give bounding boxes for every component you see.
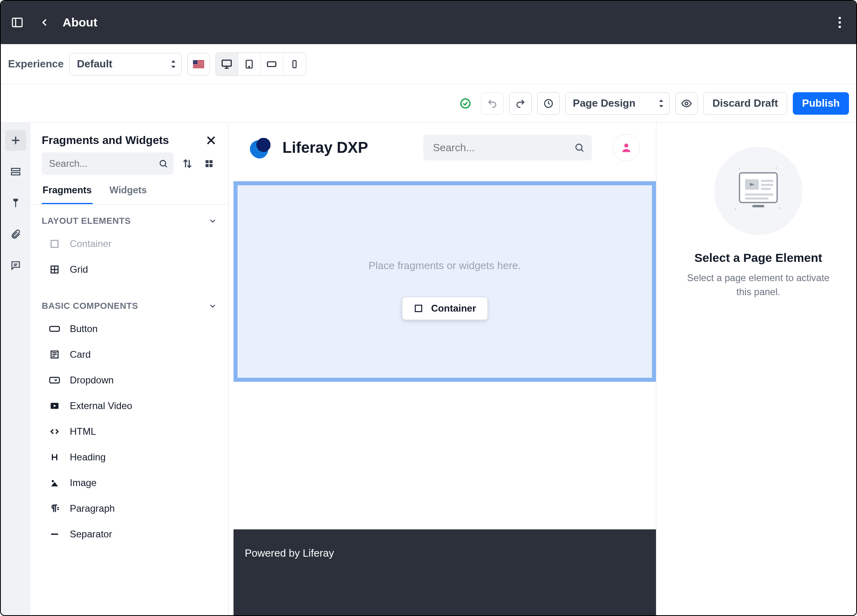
locale-button[interactable] bbox=[187, 53, 210, 75]
svg-rect-21 bbox=[12, 168, 20, 171]
site-header: Liferay DXP bbox=[234, 123, 656, 181]
mobile-viewport-button[interactable] bbox=[283, 53, 306, 75]
browser-tool-button[interactable] bbox=[5, 161, 26, 182]
action-bar: Page Design Discard Draft Publish bbox=[1, 84, 856, 123]
drag-preview-chip: Container bbox=[402, 297, 487, 320]
publish-button[interactable]: Publish bbox=[793, 92, 849, 115]
sidebar-toggle-icon[interactable] bbox=[8, 13, 26, 32]
card-icon bbox=[48, 348, 61, 361]
chevron-down-icon bbox=[208, 302, 217, 310]
mode-select[interactable]: Page Design bbox=[565, 92, 670, 115]
svg-marker-16 bbox=[659, 99, 663, 102]
fragment-button[interactable]: Button bbox=[30, 316, 228, 342]
experience-select[interactable]: Default bbox=[69, 53, 182, 75]
chevron-updown-icon bbox=[658, 99, 664, 107]
svg-rect-40 bbox=[50, 326, 59, 331]
svg-point-60 bbox=[739, 168, 740, 170]
comments-tool-button[interactable] bbox=[5, 255, 26, 276]
svg-line-57 bbox=[581, 150, 583, 152]
svg-rect-12 bbox=[268, 62, 276, 67]
close-icon[interactable] bbox=[205, 134, 217, 146]
add-tool-button[interactable] bbox=[5, 130, 26, 151]
design-tool-button[interactable] bbox=[5, 192, 26, 213]
right-panel-title: Select a Page Element bbox=[695, 251, 822, 265]
image-icon bbox=[48, 476, 61, 489]
button-icon bbox=[48, 322, 61, 335]
grid-icon bbox=[48, 263, 61, 276]
tab-fragments[interactable]: Fragments bbox=[42, 180, 93, 204]
separator-icon bbox=[48, 528, 61, 541]
svg-point-2 bbox=[839, 17, 841, 19]
footer-text: Powered by Liferay bbox=[245, 547, 334, 559]
tab-widgets[interactable]: Widgets bbox=[109, 180, 148, 204]
code-icon bbox=[48, 425, 61, 438]
svg-rect-13 bbox=[293, 61, 296, 68]
fragment-separator[interactable]: Separator bbox=[30, 521, 228, 547]
fragment-label: External Video bbox=[70, 400, 132, 411]
container-icon bbox=[413, 304, 423, 313]
svg-point-58 bbox=[624, 144, 628, 148]
search-icon bbox=[574, 142, 585, 153]
site-search bbox=[423, 135, 592, 160]
paragraph-icon bbox=[48, 502, 61, 515]
site-logo-icon bbox=[250, 136, 272, 159]
tablet-viewport-button[interactable] bbox=[238, 53, 261, 75]
right-panel-subtitle: Select a page element to activate this p… bbox=[679, 271, 838, 299]
discard-draft-button[interactable]: Discard Draft bbox=[703, 92, 787, 115]
fragment-container[interactable]: Container bbox=[30, 231, 228, 257]
fragment-dropdown[interactable]: Dropdown bbox=[30, 367, 228, 393]
dropzone[interactable]: Place fragments or widgets here. Contain… bbox=[234, 181, 656, 382]
grid-view-button[interactable] bbox=[201, 156, 217, 172]
video-icon bbox=[48, 399, 61, 412]
svg-point-4 bbox=[839, 26, 841, 28]
drag-chip-label: Container bbox=[431, 303, 476, 314]
fragment-label: Dropdown bbox=[70, 375, 114, 386]
svg-point-63 bbox=[779, 207, 780, 209]
svg-point-3 bbox=[839, 21, 841, 24]
search-icon bbox=[158, 159, 168, 168]
page-title: About bbox=[63, 16, 97, 29]
svg-rect-35 bbox=[209, 164, 213, 167]
heading-icon bbox=[48, 451, 61, 464]
svg-point-18 bbox=[685, 102, 688, 105]
attachment-tool-button[interactable] bbox=[5, 224, 26, 245]
history-button[interactable] bbox=[537, 92, 560, 115]
flag-us-icon bbox=[193, 60, 204, 68]
preview-button[interactable] bbox=[675, 92, 698, 115]
site-search-input[interactable] bbox=[423, 135, 592, 160]
redo-button[interactable] bbox=[509, 92, 532, 115]
fragment-external-video[interactable]: External Video bbox=[30, 393, 228, 419]
fragment-html[interactable]: HTML bbox=[30, 419, 228, 444]
desktop-viewport-button[interactable] bbox=[216, 53, 238, 75]
more-icon[interactable] bbox=[831, 13, 849, 32]
group-layout-elements[interactable]: LAYOUT ELEMENTS bbox=[30, 205, 228, 231]
fragment-paragraph[interactable]: Paragraph bbox=[30, 496, 228, 521]
fragment-image[interactable]: Image bbox=[30, 470, 228, 496]
landscape-viewport-button[interactable] bbox=[261, 53, 283, 75]
topbar: About bbox=[1, 1, 856, 44]
fragment-label: Heading bbox=[70, 452, 106, 463]
fragment-card[interactable]: Card bbox=[30, 342, 228, 367]
svg-marker-52 bbox=[51, 482, 58, 486]
viewport-buttons bbox=[215, 53, 306, 76]
sort-button[interactable] bbox=[179, 156, 195, 172]
experience-label: Experience bbox=[8, 58, 64, 70]
fragment-heading[interactable]: Heading bbox=[30, 444, 228, 470]
dropzone-text: Place fragments or widgets here. bbox=[368, 259, 521, 272]
canvas-column: Liferay DXP Place fragments or widgets h… bbox=[229, 123, 660, 616]
svg-rect-59 bbox=[415, 305, 421, 312]
group-title: LAYOUT ELEMENTS bbox=[42, 216, 131, 226]
group-basic-components[interactable]: BASIC COMPONENTS bbox=[30, 290, 228, 316]
dropdown-icon bbox=[48, 374, 61, 387]
panel-search-input[interactable] bbox=[42, 152, 174, 175]
svg-marker-6 bbox=[171, 66, 175, 68]
status-check-icon bbox=[459, 97, 471, 109]
svg-rect-7 bbox=[222, 60, 232, 66]
user-avatar[interactable] bbox=[613, 134, 640, 161]
undo-button[interactable] bbox=[481, 92, 504, 115]
svg-rect-72 bbox=[752, 205, 764, 207]
back-icon[interactable] bbox=[35, 13, 54, 32]
fragment-grid[interactable]: Grid bbox=[30, 257, 228, 282]
site-title: Liferay DXP bbox=[282, 139, 368, 156]
fragment-label: Paragraph bbox=[70, 503, 115, 514]
